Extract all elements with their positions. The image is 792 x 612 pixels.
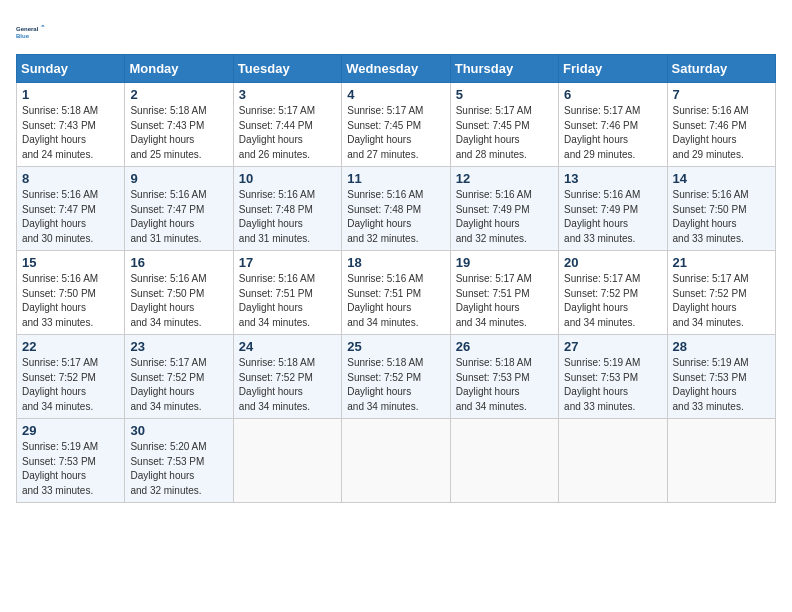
day-cell-17: 17 Sunrise: 5:16 AM Sunset: 7:51 PM Dayl… [233,251,341,335]
day-cell-11: 11 Sunrise: 5:16 AM Sunset: 7:48 PM Dayl… [342,167,450,251]
day-cell-22: 22 Sunrise: 5:17 AM Sunset: 7:52 PM Dayl… [17,335,125,419]
day-cell-19: 19 Sunrise: 5:17 AM Sunset: 7:51 PM Dayl… [450,251,558,335]
day-number: 13 [564,171,661,186]
day-number: 14 [673,171,770,186]
day-cell-15: 15 Sunrise: 5:16 AM Sunset: 7:50 PM Dayl… [17,251,125,335]
day-cell-7: 7 Sunrise: 5:16 AM Sunset: 7:46 PM Dayli… [667,83,775,167]
day-number: 5 [456,87,553,102]
day-info: Sunrise: 5:18 AM Sunset: 7:43 PM Dayligh… [130,104,227,162]
empty-cell [559,419,667,503]
day-cell-13: 13 Sunrise: 5:16 AM Sunset: 7:49 PM Dayl… [559,167,667,251]
day-info: Sunrise: 5:16 AM Sunset: 7:47 PM Dayligh… [130,188,227,246]
day-info: Sunrise: 5:16 AM Sunset: 7:48 PM Dayligh… [239,188,336,246]
header: GeneralBlue [16,16,776,48]
empty-cell [233,419,341,503]
day-info: Sunrise: 5:19 AM Sunset: 7:53 PM Dayligh… [564,356,661,414]
day-number: 17 [239,255,336,270]
day-number: 19 [456,255,553,270]
day-info: Sunrise: 5:17 AM Sunset: 7:52 PM Dayligh… [673,272,770,330]
day-cell-12: 12 Sunrise: 5:16 AM Sunset: 7:49 PM Dayl… [450,167,558,251]
day-number: 25 [347,339,444,354]
day-number: 2 [130,87,227,102]
weekday-header-row: Sunday Monday Tuesday Wednesday Thursday… [17,55,776,83]
day-cell-23: 23 Sunrise: 5:17 AM Sunset: 7:52 PM Dayl… [125,335,233,419]
svg-text:General: General [16,26,39,32]
empty-cell [450,419,558,503]
day-info: Sunrise: 5:16 AM Sunset: 7:50 PM Dayligh… [22,272,119,330]
day-number: 30 [130,423,227,438]
day-cell-18: 18 Sunrise: 5:16 AM Sunset: 7:51 PM Dayl… [342,251,450,335]
day-info: Sunrise: 5:16 AM Sunset: 7:47 PM Dayligh… [22,188,119,246]
day-cell-28: 28 Sunrise: 5:19 AM Sunset: 7:53 PM Dayl… [667,335,775,419]
day-number: 21 [673,255,770,270]
day-number: 9 [130,171,227,186]
day-number: 8 [22,171,119,186]
header-monday: Monday [125,55,233,83]
day-number: 1 [22,87,119,102]
day-cell-27: 27 Sunrise: 5:19 AM Sunset: 7:53 PM Dayl… [559,335,667,419]
day-info: Sunrise: 5:16 AM Sunset: 7:49 PM Dayligh… [564,188,661,246]
day-info: Sunrise: 5:16 AM Sunset: 7:46 PM Dayligh… [673,104,770,162]
calendar-week-2: 8 Sunrise: 5:16 AM Sunset: 7:47 PM Dayli… [17,167,776,251]
day-number: 11 [347,171,444,186]
day-number: 22 [22,339,119,354]
day-number: 10 [239,171,336,186]
day-number: 24 [239,339,336,354]
day-cell-5: 5 Sunrise: 5:17 AM Sunset: 7:45 PM Dayli… [450,83,558,167]
day-info: Sunrise: 5:16 AM Sunset: 7:51 PM Dayligh… [347,272,444,330]
svg-marker-2 [41,25,45,27]
day-cell-8: 8 Sunrise: 5:16 AM Sunset: 7:47 PM Dayli… [17,167,125,251]
day-cell-10: 10 Sunrise: 5:16 AM Sunset: 7:48 PM Dayl… [233,167,341,251]
calendar: Sunday Monday Tuesday Wednesday Thursday… [16,54,776,503]
day-cell-20: 20 Sunrise: 5:17 AM Sunset: 7:52 PM Dayl… [559,251,667,335]
header-wednesday: Wednesday [342,55,450,83]
day-number: 23 [130,339,227,354]
day-number: 16 [130,255,227,270]
day-info: Sunrise: 5:16 AM Sunset: 7:49 PM Dayligh… [456,188,553,246]
day-cell-1: 1 Sunrise: 5:18 AM Sunset: 7:43 PM Dayli… [17,83,125,167]
day-cell-6: 6 Sunrise: 5:17 AM Sunset: 7:46 PM Dayli… [559,83,667,167]
day-number: 18 [347,255,444,270]
day-cell-3: 3 Sunrise: 5:17 AM Sunset: 7:44 PM Dayli… [233,83,341,167]
day-info: Sunrise: 5:17 AM Sunset: 7:44 PM Dayligh… [239,104,336,162]
empty-cell [667,419,775,503]
day-info: Sunrise: 5:17 AM Sunset: 7:51 PM Dayligh… [456,272,553,330]
day-info: Sunrise: 5:18 AM Sunset: 7:52 PM Dayligh… [239,356,336,414]
header-thursday: Thursday [450,55,558,83]
day-cell-9: 9 Sunrise: 5:16 AM Sunset: 7:47 PM Dayli… [125,167,233,251]
day-cell-2: 2 Sunrise: 5:18 AM Sunset: 7:43 PM Dayli… [125,83,233,167]
logo-icon: GeneralBlue [16,16,48,48]
day-cell-16: 16 Sunrise: 5:16 AM Sunset: 7:50 PM Dayl… [125,251,233,335]
day-info: Sunrise: 5:19 AM Sunset: 7:53 PM Dayligh… [22,440,119,498]
day-info: Sunrise: 5:16 AM Sunset: 7:50 PM Dayligh… [673,188,770,246]
day-info: Sunrise: 5:17 AM Sunset: 7:45 PM Dayligh… [456,104,553,162]
day-number: 12 [456,171,553,186]
day-cell-24: 24 Sunrise: 5:18 AM Sunset: 7:52 PM Dayl… [233,335,341,419]
day-info: Sunrise: 5:17 AM Sunset: 7:52 PM Dayligh… [130,356,227,414]
day-number: 7 [673,87,770,102]
day-number: 28 [673,339,770,354]
header-friday: Friday [559,55,667,83]
day-info: Sunrise: 5:16 AM Sunset: 7:50 PM Dayligh… [130,272,227,330]
calendar-week-4: 22 Sunrise: 5:17 AM Sunset: 7:52 PM Dayl… [17,335,776,419]
calendar-week-3: 15 Sunrise: 5:16 AM Sunset: 7:50 PM Dayl… [17,251,776,335]
day-cell-21: 21 Sunrise: 5:17 AM Sunset: 7:52 PM Dayl… [667,251,775,335]
calendar-week-1: 1 Sunrise: 5:18 AM Sunset: 7:43 PM Dayli… [17,83,776,167]
day-number: 6 [564,87,661,102]
day-number: 27 [564,339,661,354]
day-cell-4: 4 Sunrise: 5:17 AM Sunset: 7:45 PM Dayli… [342,83,450,167]
day-info: Sunrise: 5:18 AM Sunset: 7:53 PM Dayligh… [456,356,553,414]
day-info: Sunrise: 5:16 AM Sunset: 7:48 PM Dayligh… [347,188,444,246]
day-number: 26 [456,339,553,354]
day-cell-30: 30 Sunrise: 5:20 AM Sunset: 7:53 PM Dayl… [125,419,233,503]
logo: GeneralBlue [16,16,48,48]
day-number: 29 [22,423,119,438]
empty-cell [342,419,450,503]
day-number: 3 [239,87,336,102]
header-sunday: Sunday [17,55,125,83]
calendar-week-5: 29 Sunrise: 5:19 AM Sunset: 7:53 PM Dayl… [17,419,776,503]
day-info: Sunrise: 5:18 AM Sunset: 7:52 PM Dayligh… [347,356,444,414]
day-info: Sunrise: 5:17 AM Sunset: 7:52 PM Dayligh… [22,356,119,414]
day-info: Sunrise: 5:17 AM Sunset: 7:46 PM Dayligh… [564,104,661,162]
day-info: Sunrise: 5:17 AM Sunset: 7:52 PM Dayligh… [564,272,661,330]
